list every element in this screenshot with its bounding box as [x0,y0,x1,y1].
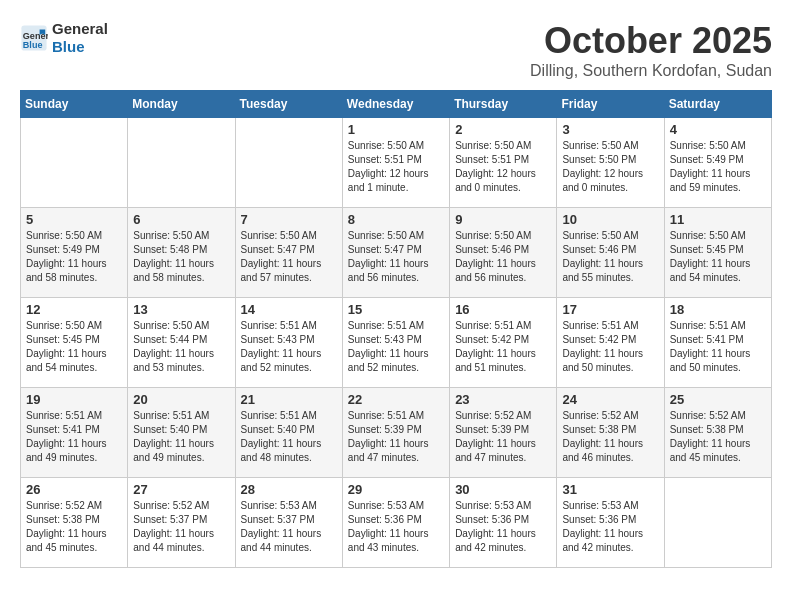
weekday-header-friday: Friday [557,91,664,118]
calendar-cell: 15Sunrise: 5:51 AM Sunset: 5:43 PM Dayli… [342,298,449,388]
day-info: Sunrise: 5:51 AM Sunset: 5:40 PM Dayligh… [241,409,337,465]
calendar-cell: 8Sunrise: 5:50 AM Sunset: 5:47 PM Daylig… [342,208,449,298]
calendar-week-row: 19Sunrise: 5:51 AM Sunset: 5:41 PM Dayli… [21,388,772,478]
calendar-cell: 4Sunrise: 5:50 AM Sunset: 5:49 PM Daylig… [664,118,771,208]
day-number: 17 [562,302,658,317]
calendar-week-row: 5Sunrise: 5:50 AM Sunset: 5:49 PM Daylig… [21,208,772,298]
day-info: Sunrise: 5:51 AM Sunset: 5:43 PM Dayligh… [348,319,444,375]
day-info: Sunrise: 5:53 AM Sunset: 5:37 PM Dayligh… [241,499,337,555]
day-info: Sunrise: 5:50 AM Sunset: 5:49 PM Dayligh… [670,139,766,195]
calendar-cell: 20Sunrise: 5:51 AM Sunset: 5:40 PM Dayli… [128,388,235,478]
day-info: Sunrise: 5:50 AM Sunset: 5:48 PM Dayligh… [133,229,229,285]
calendar-cell: 3Sunrise: 5:50 AM Sunset: 5:50 PM Daylig… [557,118,664,208]
day-info: Sunrise: 5:53 AM Sunset: 5:36 PM Dayligh… [455,499,551,555]
calendar-cell: 28Sunrise: 5:53 AM Sunset: 5:37 PM Dayli… [235,478,342,568]
day-info: Sunrise: 5:52 AM Sunset: 5:37 PM Dayligh… [133,499,229,555]
day-number: 7 [241,212,337,227]
day-number: 11 [670,212,766,227]
calendar-cell: 27Sunrise: 5:52 AM Sunset: 5:37 PM Dayli… [128,478,235,568]
day-info: Sunrise: 5:52 AM Sunset: 5:38 PM Dayligh… [26,499,122,555]
svg-text:Blue: Blue [23,40,43,50]
calendar-cell: 5Sunrise: 5:50 AM Sunset: 5:49 PM Daylig… [21,208,128,298]
day-number: 31 [562,482,658,497]
day-number: 21 [241,392,337,407]
calendar-cell: 17Sunrise: 5:51 AM Sunset: 5:42 PM Dayli… [557,298,664,388]
calendar-cell: 1Sunrise: 5:50 AM Sunset: 5:51 PM Daylig… [342,118,449,208]
day-number: 14 [241,302,337,317]
calendar-cell [664,478,771,568]
weekday-header-wednesday: Wednesday [342,91,449,118]
weekday-header-sunday: Sunday [21,91,128,118]
day-info: Sunrise: 5:50 AM Sunset: 5:51 PM Dayligh… [455,139,551,195]
day-info: Sunrise: 5:51 AM Sunset: 5:42 PM Dayligh… [562,319,658,375]
day-info: Sunrise: 5:50 AM Sunset: 5:47 PM Dayligh… [348,229,444,285]
logo-icon: General Blue [20,24,48,52]
day-info: Sunrise: 5:50 AM Sunset: 5:51 PM Dayligh… [348,139,444,195]
page-container: General Blue General Blue October 2025 D… [0,0,792,578]
day-info: Sunrise: 5:51 AM Sunset: 5:41 PM Dayligh… [26,409,122,465]
calendar-cell: 16Sunrise: 5:51 AM Sunset: 5:42 PM Dayli… [450,298,557,388]
day-number: 16 [455,302,551,317]
day-info: Sunrise: 5:51 AM Sunset: 5:40 PM Dayligh… [133,409,229,465]
day-info: Sunrise: 5:52 AM Sunset: 5:38 PM Dayligh… [562,409,658,465]
calendar-week-row: 12Sunrise: 5:50 AM Sunset: 5:45 PM Dayli… [21,298,772,388]
weekday-header-tuesday: Tuesday [235,91,342,118]
calendar-cell: 25Sunrise: 5:52 AM Sunset: 5:38 PM Dayli… [664,388,771,478]
day-number: 6 [133,212,229,227]
day-number: 4 [670,122,766,137]
logo: General Blue General Blue [20,20,108,56]
day-number: 23 [455,392,551,407]
day-number: 2 [455,122,551,137]
calendar-cell: 22Sunrise: 5:51 AM Sunset: 5:39 PM Dayli… [342,388,449,478]
day-number: 5 [26,212,122,227]
header: General Blue General Blue October 2025 D… [20,20,772,80]
calendar-table: SundayMondayTuesdayWednesdayThursdayFrid… [20,90,772,568]
calendar-cell [235,118,342,208]
day-info: Sunrise: 5:51 AM Sunset: 5:42 PM Dayligh… [455,319,551,375]
weekday-header-saturday: Saturday [664,91,771,118]
day-number: 19 [26,392,122,407]
calendar-cell: 2Sunrise: 5:50 AM Sunset: 5:51 PM Daylig… [450,118,557,208]
calendar-week-row: 26Sunrise: 5:52 AM Sunset: 5:38 PM Dayli… [21,478,772,568]
day-number: 26 [26,482,122,497]
day-info: Sunrise: 5:51 AM Sunset: 5:41 PM Dayligh… [670,319,766,375]
day-number: 12 [26,302,122,317]
calendar-cell: 14Sunrise: 5:51 AM Sunset: 5:43 PM Dayli… [235,298,342,388]
day-number: 22 [348,392,444,407]
calendar-cell: 7Sunrise: 5:50 AM Sunset: 5:47 PM Daylig… [235,208,342,298]
day-number: 10 [562,212,658,227]
calendar-cell: 10Sunrise: 5:50 AM Sunset: 5:46 PM Dayli… [557,208,664,298]
day-number: 24 [562,392,658,407]
calendar-cell [128,118,235,208]
day-number: 27 [133,482,229,497]
calendar-cell [21,118,128,208]
calendar-cell: 6Sunrise: 5:50 AM Sunset: 5:48 PM Daylig… [128,208,235,298]
day-number: 28 [241,482,337,497]
calendar-cell: 18Sunrise: 5:51 AM Sunset: 5:41 PM Dayli… [664,298,771,388]
day-number: 18 [670,302,766,317]
day-info: Sunrise: 5:52 AM Sunset: 5:39 PM Dayligh… [455,409,551,465]
day-info: Sunrise: 5:51 AM Sunset: 5:43 PM Dayligh… [241,319,337,375]
calendar-cell: 12Sunrise: 5:50 AM Sunset: 5:45 PM Dayli… [21,298,128,388]
month-title: October 2025 [530,20,772,62]
calendar-cell: 21Sunrise: 5:51 AM Sunset: 5:40 PM Dayli… [235,388,342,478]
day-number: 15 [348,302,444,317]
day-info: Sunrise: 5:50 AM Sunset: 5:46 PM Dayligh… [455,229,551,285]
day-number: 20 [133,392,229,407]
logo-general: General [52,20,108,37]
weekday-header-thursday: Thursday [450,91,557,118]
day-number: 29 [348,482,444,497]
day-info: Sunrise: 5:50 AM Sunset: 5:49 PM Dayligh… [26,229,122,285]
day-info: Sunrise: 5:50 AM Sunset: 5:46 PM Dayligh… [562,229,658,285]
day-info: Sunrise: 5:50 AM Sunset: 5:47 PM Dayligh… [241,229,337,285]
day-number: 9 [455,212,551,227]
day-info: Sunrise: 5:50 AM Sunset: 5:45 PM Dayligh… [26,319,122,375]
day-info: Sunrise: 5:50 AM Sunset: 5:44 PM Dayligh… [133,319,229,375]
calendar-cell: 24Sunrise: 5:52 AM Sunset: 5:38 PM Dayli… [557,388,664,478]
calendar-cell: 26Sunrise: 5:52 AM Sunset: 5:38 PM Dayli… [21,478,128,568]
calendar-cell: 31Sunrise: 5:53 AM Sunset: 5:36 PM Dayli… [557,478,664,568]
calendar-header-row: SundayMondayTuesdayWednesdayThursdayFrid… [21,91,772,118]
calendar-week-row: 1Sunrise: 5:50 AM Sunset: 5:51 PM Daylig… [21,118,772,208]
day-info: Sunrise: 5:52 AM Sunset: 5:38 PM Dayligh… [670,409,766,465]
calendar-cell: 29Sunrise: 5:53 AM Sunset: 5:36 PM Dayli… [342,478,449,568]
